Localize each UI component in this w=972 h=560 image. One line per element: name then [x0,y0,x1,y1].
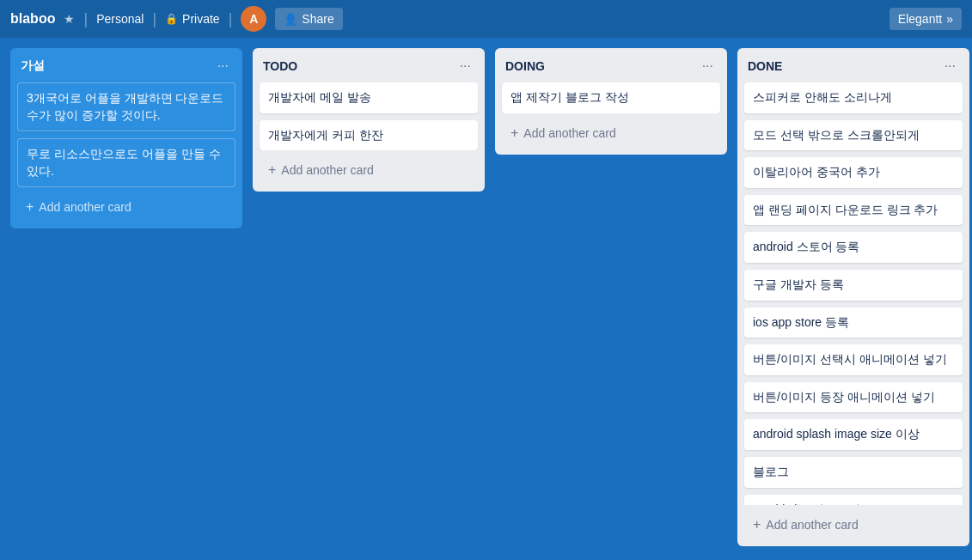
column-header-hypothesis: 가설··· [10,48,242,82]
private-label: 🔒 Private [165,12,220,26]
share-icon: 👤 [284,13,297,26]
column-title-done: DONE [748,59,782,73]
plus-icon: + [510,125,518,141]
share-button[interactable]: 👤 Share [275,8,342,30]
column-menu-button-doing[interactable]: ··· [699,57,717,76]
card[interactable]: 3개국어로 어플을 개발하면 다운로드 수가 많이 증가할 것이다. [17,82,235,131]
add-card-button-doing[interactable]: +Add another card [502,119,720,148]
personal-link[interactable]: Personal [96,12,144,26]
card[interactable]: 블로그 [744,457,963,488]
card[interactable]: 구글 개발자 등록 [744,270,963,301]
plus-icon: + [753,517,761,533]
column-menu-button-done[interactable]: ··· [941,57,959,76]
column-title-doing: DOING [505,59,545,73]
add-card-button-todo[interactable]: +Add another card [260,155,478,185]
card[interactable]: 이탈리아어 중국어 추가 [744,157,963,188]
column-title-todo: TODO [263,59,297,73]
avatar[interactable]: A [241,6,266,32]
app-logo: blaboo [10,11,55,27]
plus-icon: + [26,199,34,215]
add-card-label: Add another card [39,200,131,214]
add-card-label: Add another card [766,518,858,532]
column-header-doing: DOING··· [495,48,727,82]
card[interactable]: android 스토어 등록 [744,232,963,263]
column-menu-button-hypothesis[interactable]: ··· [214,57,232,76]
plus-icon: + [268,162,276,178]
header: blaboo ★ | Personal | 🔒 Private | A 👤 Sh… [0,0,972,38]
card[interactable]: 무로 리소스만으로도 어플을 만들 수 있다. [17,138,235,187]
card[interactable]: 개발자에 메일 발송 [260,82,478,113]
column-header-todo: TODO··· [253,48,485,82]
card[interactable]: 스피커로 안해도 소리나게 [744,82,963,113]
card[interactable]: 버튼/이미지 등장 애니메이션 넣기 [744,382,963,413]
card[interactable]: 버튼/이미지 선택시 애니메이션 넣기 [744,344,963,375]
column-menu-button-todo[interactable]: ··· [456,57,474,76]
cards-list-done: 스피커로 안해도 소리나게모드 선택 밖으로 스크롤안되게이탈리아어 중국어 추… [737,82,969,505]
card[interactable]: crashlytics 안드로이드 [744,495,963,505]
card[interactable]: android splash image size 이상 [744,419,963,450]
board: 가설···3개국어로 어플을 개발하면 다운로드 수가 많이 증가할 것이다.무… [0,38,972,560]
card[interactable]: 앱 제작기 블로그 작성 [502,82,720,113]
cards-list-hypothesis: 3개국어로 어플을 개발하면 다운로드 수가 많이 증가할 것이다.무로 리소스… [10,82,242,187]
add-card-label: Add another card [523,126,615,140]
add-card-label: Add another card [281,163,373,177]
card[interactable]: 모드 선택 밖으로 스크롤안되게 [744,120,963,151]
card[interactable]: 앱 랜딩 페이지 다운로드 링크 추가 [744,195,963,226]
column-todo: TODO···개발자에 메일 발송개발자에게 커피 한잔+Add another… [253,48,485,192]
lock-icon: 🔒 [165,13,178,25]
add-card-button-hypothesis[interactable]: +Add another card [17,192,235,222]
cards-list-doing: 앱 제작기 블로그 작성 [495,82,727,113]
card[interactable]: ios app store 등록 [744,307,963,338]
column-done: DONE···스피커로 안해도 소리나게모드 선택 밖으로 스크롤안되게이탈리아… [737,48,969,546]
card[interactable]: 개발자에게 커피 한잔 [260,120,478,151]
star-icon[interactable]: ★ [64,12,75,26]
add-card-button-done[interactable]: +Add another card [744,510,963,539]
column-title-hypothesis: 가설 [21,58,45,74]
board-name: Elegantt » [889,8,962,30]
column-hypothesis: 가설···3개국어로 어플을 개발하면 다운로드 수가 많이 증가할 것이다.무… [10,48,242,228]
column-doing: DOING···앱 제작기 블로그 작성+Add another card [495,48,727,155]
column-header-done: DONE··· [737,48,969,82]
cards-list-todo: 개발자에 메일 발송개발자에게 커피 한잔 [253,82,485,150]
